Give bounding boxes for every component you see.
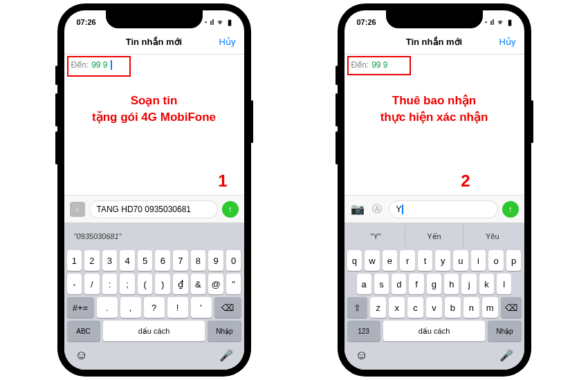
emoji-icon[interactable]: ☺ (75, 348, 88, 363)
key[interactable]: w (365, 250, 380, 271)
wifi-icon: ᯤ (217, 18, 225, 26)
key[interactable]: e (383, 250, 398, 271)
key-row-1: qwertyuiop (347, 250, 522, 271)
key[interactable]: h (444, 274, 459, 294)
key[interactable]: s (374, 274, 389, 294)
message-input[interactable]: Y (389, 200, 498, 218)
key[interactable]: 2 (84, 250, 100, 271)
key[interactable]: r (400, 250, 415, 271)
annotation-text: Soạn tin tặng gói 4G MobiFone (64, 93, 244, 126)
key[interactable]: : (102, 274, 118, 294)
message-input[interactable]: TANG HD70 0935030681 (89, 200, 218, 218)
key[interactable]: & (191, 274, 206, 294)
key[interactable]: ) (155, 274, 170, 294)
cancel-button[interactable]: Hủy (499, 37, 516, 47)
appstore-icon[interactable]: Ⓐ (369, 202, 385, 217)
suggest-item[interactable]: "Y" (347, 225, 405, 247)
key[interactable]: ' (191, 297, 212, 318)
key[interactable]: 8 (191, 250, 206, 271)
step-number: 1 (218, 171, 227, 191)
key[interactable]: 0 (226, 250, 241, 271)
key[interactable]: . (97, 297, 118, 318)
backspace-key[interactable]: ⌫ (501, 297, 522, 318)
nav-bar: Tin nhắn mới Hủy (344, 30, 524, 55)
key[interactable]: 4 (120, 250, 135, 271)
abc-key[interactable]: ABC (67, 321, 100, 341)
phone-mockup-2: 07:26 ・ıl ᯤ ▮ Tin nhắn mới Hủy Đến: 99 9… (338, 3, 531, 377)
enter-key[interactable]: Nhập (488, 321, 521, 341)
key[interactable]: n (463, 297, 479, 318)
num-key[interactable]: 123 (347, 321, 380, 341)
key[interactable]: ? (144, 297, 165, 318)
key[interactable]: b (445, 297, 461, 318)
suggest-bar: "0935030681" (67, 225, 241, 247)
camera-icon[interactable]: 📷 (350, 202, 365, 217)
key[interactable]: z (370, 297, 386, 318)
key[interactable]: t (418, 250, 433, 271)
key[interactable]: a (357, 274, 371, 294)
suggest-item[interactable]: Yến (405, 225, 463, 247)
key[interactable]: @ (208, 274, 223, 294)
battery-icon: ▮ (508, 18, 512, 27)
shift-key[interactable]: ⇧ (347, 297, 368, 318)
phone-mockup-1: 07:26 ・ıl ᯤ ▮ Tin nhắn mới Hủy Đến: 99 9… (57, 3, 251, 377)
expand-icon[interactable]: › (70, 202, 85, 217)
nav-title: Tin nhắn mới (406, 37, 462, 47)
key[interactable]: j (461, 274, 476, 294)
key[interactable]: / (84, 274, 100, 294)
key[interactable]: ; (120, 274, 135, 294)
keyboard: "0935030681" 1234567890 -/:;()₫&@" #+= .… (64, 222, 244, 370)
message-input-row: 📷 Ⓐ Y ↑ (344, 195, 524, 222)
key[interactable]: c (407, 297, 423, 318)
key[interactable]: k (479, 274, 494, 294)
backspace-key[interactable]: ⌫ (214, 297, 241, 318)
send-button[interactable]: ↑ (222, 201, 239, 218)
mic-icon[interactable]: 🎤 (219, 349, 233, 362)
key[interactable]: q (347, 250, 362, 271)
status-bar: 07:26 ・ıl ᯤ ▮ (344, 10, 524, 30)
key-row-3: #+= .,?!' ⌫ (67, 297, 241, 318)
status-bar: 07:26 ・ıl ᯤ ▮ (64, 10, 244, 30)
battery-icon: ▮ (228, 18, 232, 27)
screen: 07:26 ・ıl ᯤ ▮ Tin nhắn mới Hủy Đến: 99 9… (344, 10, 524, 370)
send-button[interactable]: ↑ (502, 201, 519, 218)
suggest-item[interactable]: Yêu (463, 225, 521, 247)
space-key[interactable]: dấu cách (103, 321, 205, 341)
key[interactable]: u (453, 250, 468, 271)
key[interactable]: y (435, 250, 450, 271)
key[interactable]: o (488, 250, 504, 271)
key[interactable]: d (392, 274, 406, 294)
key[interactable]: m (482, 297, 498, 318)
key[interactable]: l (497, 274, 511, 294)
status-time: 07:26 (357, 18, 376, 26)
key[interactable]: ! (167, 297, 188, 318)
key[interactable]: 9 (208, 250, 223, 271)
suggest-item[interactable]: "0935030681" (67, 225, 129, 247)
emoji-icon[interactable]: ☺ (356, 348, 368, 363)
annotation-text: Thuê bao nhận thực hiện xác nhận (344, 93, 524, 126)
enter-key[interactable]: Nhập (208, 321, 241, 341)
key[interactable]: ( (138, 274, 153, 294)
key[interactable]: i (471, 250, 486, 271)
key[interactable]: 5 (138, 250, 153, 271)
wifi-icon: ᯤ (497, 18, 505, 26)
key[interactable]: " (226, 274, 241, 294)
shift-key[interactable]: #+= (67, 297, 94, 318)
message-input-row: › TANG HD70 0935030681 ↑ (64, 195, 244, 222)
key[interactable]: x (389, 297, 405, 318)
key[interactable]: 3 (102, 250, 118, 271)
key[interactable]: ₫ (173, 274, 188, 294)
key[interactable]: 1 (67, 250, 82, 271)
key[interactable]: 7 (173, 250, 188, 271)
mic-icon[interactable]: 🎤 (499, 349, 513, 362)
space-key[interactable]: dấu cách (383, 321, 486, 341)
key[interactable]: p (506, 250, 522, 271)
key[interactable]: - (67, 274, 82, 294)
key[interactable]: v (426, 297, 442, 318)
key[interactable]: , (120, 297, 141, 318)
key-row-3: ⇧ zxcvbnm ⌫ (347, 297, 522, 318)
key[interactable]: g (427, 274, 441, 294)
key[interactable]: 6 (155, 250, 170, 271)
cancel-button[interactable]: Hủy (219, 37, 236, 47)
key[interactable]: f (409, 274, 423, 294)
